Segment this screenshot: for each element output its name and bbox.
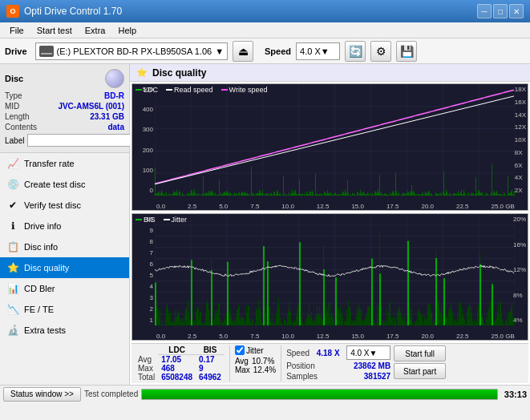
sidebar-item-create-test-disc[interactable]: 💿 Create test disc <box>0 174 129 195</box>
ldc-yaxis-left: 5004003002001000 <box>132 84 155 196</box>
menu-help[interactable]: Help <box>111 24 143 37</box>
bis-legend: BIS Jitter <box>136 216 187 224</box>
ldc-xaxis: 0.02.55.07.510.012.515.017.520.022.525.0… <box>156 199 515 210</box>
menu-start-test[interactable]: Start test <box>30 24 79 37</box>
speed-stat-select-value: 4.0 X <box>350 349 369 357</box>
speed-stat-label: Speed <box>286 349 310 357</box>
disc-section: Disc Type BD-R MID JVC-AMS6L (001) Lengt… <box>0 64 129 153</box>
jitter-checkbox[interactable] <box>235 345 245 355</box>
avg-label: Avg <box>135 355 158 365</box>
refresh-button[interactable]: 🔄 <box>345 41 366 62</box>
create-test-disc-icon: 💿 <box>6 178 19 191</box>
samples-label: Samples <box>286 372 318 381</box>
samples-value: 381527 <box>364 372 390 381</box>
status-window-button[interactable]: Status window >> <box>3 387 81 402</box>
eject-button[interactable]: ⏏ <box>233 41 253 62</box>
status-text: Test completed <box>84 390 138 398</box>
speed-dropdown-arrow: ▼ <box>321 46 330 56</box>
contents-value: data <box>107 123 124 131</box>
ldc-legend-ldc: LDC <box>136 86 158 94</box>
ldc-legend-ldc-label: LDC <box>144 86 158 94</box>
sidebar-item-fe-te[interactable]: 📉 FE / TE <box>0 299 129 320</box>
stats-bar: LDC BIS Avg 17.05 0.17 Max 468 <box>131 343 528 383</box>
fe-te-icon: 📉 <box>6 303 19 316</box>
speed-stat-value: 4.18 X <box>317 349 340 357</box>
speed-stat-selector[interactable]: 4.0 X ▼ <box>346 345 390 360</box>
write-color-dot <box>221 89 228 91</box>
speed-selector[interactable]: 4.0 X ▼ <box>296 42 340 60</box>
menu-file[interactable]: File <box>3 24 30 37</box>
bis-legend-jitter-label: Jitter <box>172 216 188 224</box>
bis-col-header: BIS <box>196 345 225 355</box>
avg-bis: 0.17 <box>196 355 225 365</box>
jitter-avg-label: Avg <box>235 357 249 365</box>
sidebar-label-verify-test-disc: Verify test disc <box>24 200 81 210</box>
bis-xaxis: 0.02.55.07.510.012.515.017.520.022.525.0… <box>156 329 515 340</box>
disc-quality-icon: ⭐ <box>6 261 19 274</box>
bis-yaxis-left: 10987654321 <box>132 214 155 325</box>
length-label: Length <box>5 112 30 121</box>
total-ldc: 6508248 <box>158 373 196 382</box>
sidebar: Disc Type BD-R MID JVC-AMS6L (001) Lengt… <box>0 64 130 385</box>
sidebar-label-transfer-rate: Transfer rate <box>24 159 75 168</box>
menu-extra[interactable]: Extra <box>79 24 112 37</box>
statusbar: Status window >> Test completed 33:13 <box>0 385 530 402</box>
drive-selector[interactable]: (E:) PLEXTOR BD-R PX-LB950SA 1.06 ▼ <box>35 42 229 60</box>
save-button[interactable]: 💾 <box>396 41 417 62</box>
maximize-button[interactable]: □ <box>493 4 508 18</box>
type-label: Type <box>5 91 22 100</box>
position-value: 23862 MB <box>354 361 390 370</box>
label-input[interactable] <box>27 134 131 147</box>
stats-divider-1 <box>229 345 230 382</box>
sidebar-menu: 📈 Transfer rate 💿 Create test disc ✔ Ver… <box>0 153 129 385</box>
sidebar-label-extra-tests: Extra tests <box>24 325 66 335</box>
speed-value: 4.0 X <box>300 46 321 56</box>
drive-icon <box>39 46 54 57</box>
content-header: ⭐ Disc quality <box>130 64 530 82</box>
sidebar-label-create-test-disc: Create test disc <box>24 180 85 189</box>
settings-button[interactable]: ⚙ <box>370 41 391 62</box>
sidebar-item-transfer-rate[interactable]: 📈 Transfer rate <box>0 153 129 174</box>
speed-label: Speed <box>265 46 291 56</box>
max-bis: 9 <box>196 364 225 373</box>
drive-info-icon: ℹ <box>6 220 19 232</box>
mid-label: MID <box>5 102 19 111</box>
content-header-icon: ⭐ <box>136 67 148 78</box>
ldc-legend-read: Read speed <box>166 86 213 94</box>
sidebar-item-disc-quality[interactable]: ⭐ Disc quality <box>0 257 129 278</box>
drive-dropdown-arrow: ▼ <box>215 46 224 56</box>
ldc-legend-write-label: Write speed <box>229 86 268 94</box>
sidebar-item-extra-tests[interactable]: 🔬 Extra tests <box>0 320 129 341</box>
sidebar-item-verify-test-disc[interactable]: ✔ Verify test disc <box>0 195 129 216</box>
sidebar-label-cd-bler: CD Bler <box>24 284 55 293</box>
ldc-chart: LDC Read speed Write speed 5004003002001… <box>131 83 528 211</box>
table-row: Avg 17.05 0.17 <box>135 355 225 365</box>
close-button[interactable]: ✕ <box>509 4 524 18</box>
ldc-legend-write: Write speed <box>221 86 268 94</box>
total-label: Total <box>135 373 158 382</box>
label-label: Label <box>5 136 24 145</box>
jitter-header: Jitter <box>246 346 264 355</box>
drivebar: Drive (E:) PLEXTOR BD-R PX-LB950SA 1.06 … <box>0 38 530 64</box>
status-time: 33:13 <box>504 390 527 399</box>
bis-canvas <box>155 214 515 325</box>
disc-title: Disc <box>5 74 23 83</box>
type-value: BD-R <box>104 91 124 100</box>
action-buttons: Start full Start part <box>394 345 446 382</box>
speed-stat-arrow: ▼ <box>370 349 378 357</box>
ldc-legend: LDC Read speed Write speed <box>136 86 267 94</box>
jitter-avg-value: 10.7% <box>252 357 274 365</box>
sidebar-item-drive-info[interactable]: ℹ Drive info <box>0 216 129 236</box>
stats-divider-2 <box>281 345 281 382</box>
bis-legend-bis: BIS <box>136 216 156 224</box>
start-part-button[interactable]: Start part <box>394 363 446 379</box>
bis-yaxis-right: 20%16%12%8%4% <box>513 214 526 325</box>
window-controls: ─ □ ✕ <box>477 4 524 18</box>
contents-label: Contents <box>5 123 37 131</box>
sidebar-item-disc-info[interactable]: 📋 Disc info <box>0 236 129 257</box>
sidebar-item-cd-bler[interactable]: 📊 CD Bler <box>0 278 129 299</box>
table-row: Max 468 9 <box>135 364 225 373</box>
minimize-button[interactable]: ─ <box>477 4 492 18</box>
max-ldc: 468 <box>158 364 196 373</box>
start-full-button[interactable]: Start full <box>394 345 446 361</box>
